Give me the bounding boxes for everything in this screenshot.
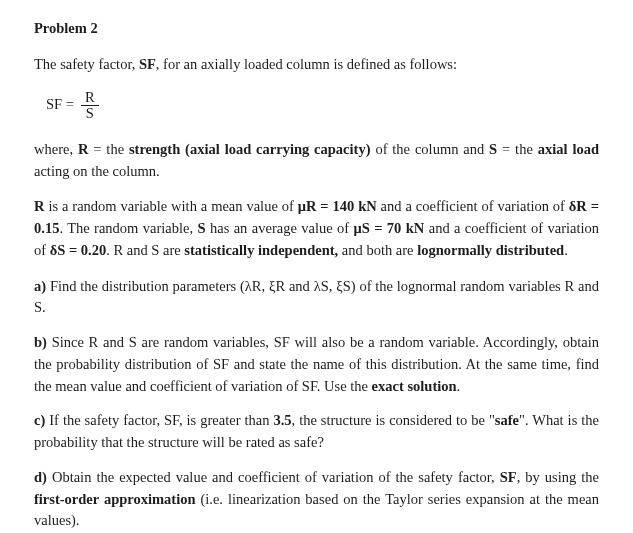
where-bold-2: axial load (538, 141, 599, 157)
param-r: R (34, 198, 44, 214)
param-indep: statistically independent, (184, 242, 338, 258)
part-d-bold-1: SF (500, 469, 517, 485)
problem-title: Problem 2 (34, 18, 599, 40)
param-text-5: has an average value of (206, 220, 354, 236)
where-r: R (78, 141, 88, 157)
part-c-bold-1: 3.5 (273, 412, 291, 428)
intro-paragraph: The safety factor, SF, for an axially lo… (34, 54, 599, 76)
where-s: S (489, 141, 497, 157)
intro-sf: SF (139, 56, 156, 72)
part-a: a) Find the distribution parameters (λR,… (34, 276, 599, 320)
where-text-4: = the (497, 141, 538, 157)
part-c-text-2: , the structure is considered to be " (292, 412, 495, 428)
part-b-text-2: . (457, 378, 461, 394)
where-text-5: acting on the column. (34, 163, 160, 179)
part-d-bold-2: first-order approximation (34, 491, 196, 507)
fraction-denominator: S (81, 105, 99, 121)
param-text-4: . The random variable, (59, 220, 197, 236)
param-text-9: . (564, 242, 568, 258)
formula-lhs: SF = (46, 94, 74, 116)
part-d-text-1: Obtain the expected value and coefficien… (52, 469, 500, 485)
where-bold-1: strength (axial load carrying capacity) (129, 141, 371, 157)
where-text-2: = the (88, 141, 129, 157)
part-c-text-1: If the safety factor, SF, is greater tha… (49, 412, 273, 428)
part-b-bold: exact solution (372, 378, 457, 394)
where-text-3: of the column and (371, 141, 490, 157)
part-b-label: b) (34, 334, 52, 350)
fraction: R S (80, 90, 100, 121)
part-c-label: c) (34, 412, 49, 428)
part-d: d) Obtain the expected value and coeffic… (34, 467, 599, 532)
formula: SF = R S (46, 90, 599, 121)
where-text-1: where, (34, 141, 78, 157)
part-b-text-1: Since R and S are random variables, SF w… (34, 334, 599, 394)
part-c-bold-2: safe (495, 412, 519, 428)
intro-text-2: , for an axially loaded column is define… (156, 56, 457, 72)
intro-text-1: The safety factor, (34, 56, 139, 72)
part-a-label: a) (34, 278, 50, 294)
fraction-numerator: R (80, 90, 100, 105)
part-d-label: d) (34, 469, 52, 485)
param-lognorm: lognormally distributed (417, 242, 564, 258)
where-paragraph: where, R = the strength (axial load carr… (34, 139, 599, 183)
part-a-text: Find the distribution parameters (λR, ξR… (34, 278, 599, 316)
param-text-3: and a coefficient of variation of (377, 198, 569, 214)
param-text-7: . R and S are (106, 242, 184, 258)
part-d-text-2: , by using the (517, 469, 599, 485)
param-text-8: and both are (338, 242, 417, 258)
part-b: b) Since R and S are random variables, S… (34, 332, 599, 397)
param-deltas: δS = 0.20 (50, 242, 106, 258)
param-mus: μS = 70 kN (354, 220, 425, 236)
param-mur: μR = 140 kN (298, 198, 377, 214)
param-text-2: is a random variable with a mean value o… (44, 198, 297, 214)
parameters-paragraph: R is a random variable with a mean value… (34, 196, 599, 261)
part-c: c) If the safety factor, SF, is greater … (34, 410, 599, 454)
param-s: S (197, 220, 205, 236)
